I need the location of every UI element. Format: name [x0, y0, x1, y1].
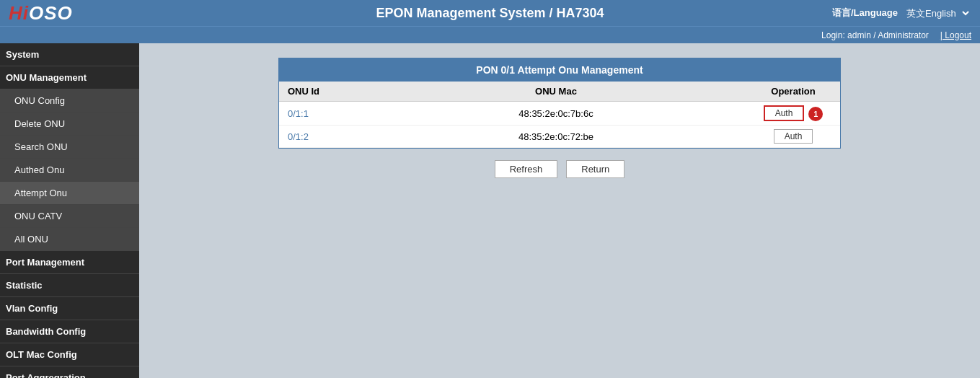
lang-label: 语言/Language [832, 6, 898, 19]
table-row: 0/1:248:35:2e:0c:72:beAuth [279, 126, 840, 148]
onu-mac-cell: 48:35:2e:0c:7b:6c [366, 102, 746, 126]
logout-button[interactable]: | Logout [940, 30, 971, 40]
refresh-button[interactable]: Refresh [495, 160, 558, 178]
auth-button-0-1-1[interactable]: Auth [764, 105, 805, 121]
sidebar-item-all-onu[interactable]: All ONU [0, 228, 139, 251]
auth-button-0-1-2[interactable]: Auth [774, 129, 813, 144]
operation-cell: Auth [746, 126, 840, 148]
sidebar-item-onu-catv[interactable]: ONU CATV [0, 205, 139, 228]
onu-table: ONU Id ONU Mac Operation 0/1:148:35:2e:0… [279, 82, 840, 148]
badge-indicator: 1 [808, 107, 823, 121]
return-button[interactable]: Return [566, 160, 624, 178]
header-top: HiOSO EPON Management System / HA7304 语言… [0, 0, 980, 26]
sidebar: SystemONU ManagementONU ConfigDelete ONU… [0, 43, 139, 378]
sidebar-item-port-management[interactable]: Port Management [0, 251, 139, 274]
action-row: Refresh Return [154, 160, 966, 178]
onu-id-cell: 0/1:1 [279, 102, 366, 126]
col-onu-id: ONU Id [279, 82, 366, 102]
col-operation: Operation [746, 82, 840, 102]
header-right: 语言/Language 英文English 中文Chinese [832, 6, 971, 19]
col-onu-mac: ONU Mac [366, 82, 746, 102]
operation-cell: Auth1 [746, 102, 840, 126]
sidebar-item-authed-onu[interactable]: Authed Onu [0, 159, 139, 182]
table-title: PON 0/1 Attempt Onu Management [279, 58, 840, 82]
main-layout: SystemONU ManagementONU ConfigDelete ONU… [0, 43, 980, 378]
sidebar-item-statistic[interactable]: Statistic [0, 274, 139, 297]
logo: HiOSO [9, 2, 73, 25]
sidebar-item-olt-mac-config[interactable]: OLT Mac Config [0, 343, 139, 366]
login-info: Login: admin / Administrator [821, 30, 929, 40]
logo-area: HiOSO [9, 2, 73, 25]
content-area: PON 0/1 Attempt Onu Management ONU Id ON… [139, 43, 980, 378]
header-bottom: Login: admin / Administrator | Logout [0, 26, 980, 43]
sidebar-item-onu-config[interactable]: ONU Config [0, 89, 139, 113]
sidebar-item-onu-management[interactable]: ONU Management [0, 66, 139, 89]
table-row: 0/1:148:35:2e:0c:7b:6cAuth1 [279, 102, 840, 126]
onu-mac-cell: 48:35:2e:0c:72:be [366, 126, 746, 148]
sidebar-item-delete-onu[interactable]: Delete ONU [0, 113, 139, 136]
header-title: EPON Management System / HA7304 [376, 6, 604, 21]
sidebar-item-port-aggregation[interactable]: Port Aggregration [0, 366, 139, 378]
sidebar-item-system[interactable]: System [0, 43, 139, 66]
onu-table-container: PON 0/1 Attempt Onu Management ONU Id ON… [278, 58, 841, 149]
sidebar-item-bandwidth-config[interactable]: Bandwidth Config [0, 320, 139, 343]
sidebar-item-search-onu[interactable]: Search ONU [0, 136, 139, 159]
sidebar-item-attempt-onu[interactable]: Attempt Onu [0, 182, 139, 205]
sidebar-item-vlan-config[interactable]: Vlan Config [0, 297, 139, 320]
language-select[interactable]: 英文English 中文Chinese [904, 7, 971, 19]
onu-id-cell: 0/1:2 [279, 126, 366, 148]
